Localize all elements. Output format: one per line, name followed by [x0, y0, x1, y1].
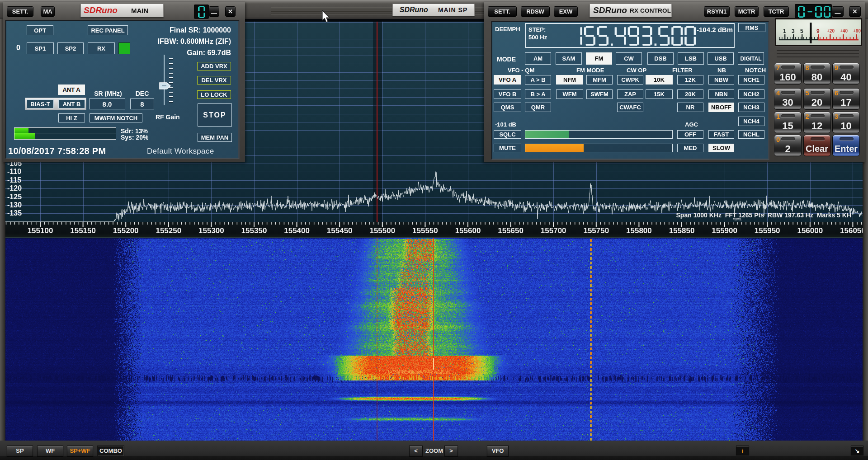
- svg-text:3: 3: [792, 28, 795, 34]
- svg-text:+20: +20: [827, 28, 835, 33]
- svg-text:9: 9: [816, 28, 820, 34]
- svg-text:+40: +40: [840, 28, 848, 33]
- svg-text:1: 1: [783, 28, 786, 34]
- svg-text:5: 5: [800, 28, 803, 34]
- svg-text:+60: +60: [853, 28, 861, 33]
